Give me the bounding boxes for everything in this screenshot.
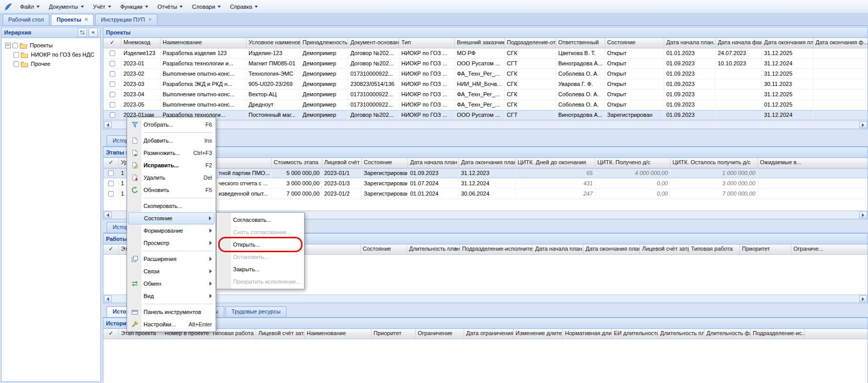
table-row[interactable]: Изделие123Разработка изделия 123Изделие-…	[103, 48, 867, 59]
select-column-header[interactable]: ✓	[103, 38, 121, 48]
menubar-item-file[interactable]: Файл	[15, 2, 44, 11]
scroll-right-icon[interactable]	[859, 295, 867, 302]
scroll-right-icon[interactable]	[859, 212, 867, 218]
menubar-item-accounting[interactable]: Учёт	[88, 2, 116, 11]
menu-item-add[interactable]: Добавить...Ins	[128, 134, 215, 147]
column-header-6[interactable]: Приоритет	[371, 329, 416, 339]
select-column-header[interactable]: ✓	[103, 329, 119, 339]
column-header-9[interactable]: Ответственный	[556, 38, 605, 48]
menu-item-terminate[interactable]: Прекратить исполнение...	[218, 275, 303, 288]
tree-collapse-icon[interactable]	[5, 43, 11, 48]
column-header-5[interactable]: Состояние	[361, 245, 407, 254]
menu-item-links[interactable]: Связи	[128, 265, 215, 277]
row-checkbox[interactable]	[110, 50, 115, 56]
column-header-14[interactable]: Подразделение-ис...	[751, 329, 805, 339]
tree-item-projects-root[interactable]: Проекты	[3, 41, 99, 50]
menu-item-stop[interactable]: Остановить...	[218, 251, 303, 263]
row-checkbox[interactable]	[110, 81, 115, 87]
column-header-13[interactable]: Дата окончания пл...	[762, 38, 813, 48]
table-row[interactable]: 2023-01Разработка технологии и...Магнит …	[103, 59, 867, 69]
column-header-7[interactable]: Подразделение-исполнитель..	[460, 245, 533, 254]
column-header-4[interactable]: Лицевой счёт затр	[256, 329, 305, 339]
row-checkbox[interactable]	[110, 92, 115, 97]
tab-labor-resources[interactable]: Трудовые ресурсы	[225, 306, 287, 317]
column-header-8[interactable]: Подразделение-от...	[505, 38, 556, 48]
tree-item-other[interactable]: Прочее	[3, 59, 99, 68]
column-header-4[interactable]: Стоимость этапа	[272, 158, 322, 168]
column-header-7[interactable]: Ограничение	[416, 329, 464, 339]
column-header-6[interactable]: Тип	[399, 38, 455, 48]
column-header-15[interactable]	[805, 329, 867, 339]
column-header-14[interactable]: Дата окончания ф...	[813, 38, 867, 48]
tab-pup-instructions[interactable]: Инструкции ПУП✕	[95, 14, 157, 25]
column-header-8[interactable]: Дата окончания план	[459, 158, 516, 168]
select-column-header[interactable]: ✓	[103, 158, 119, 168]
menu-item-duplicate[interactable]: Размножить...Ctrl+F3	[128, 147, 215, 159]
tree-checkbox[interactable]	[12, 43, 18, 48]
collapse-sidebar-icon[interactable]: «	[88, 28, 98, 37]
column-header-12[interactable]: Длительность пла...	[658, 329, 704, 339]
column-header-10[interactable]: Нормативная длит...	[563, 329, 612, 339]
column-header-3[interactable]: Типовая работа	[210, 329, 256, 339]
column-header-4[interactable]	[305, 245, 361, 254]
tree-checkbox[interactable]	[13, 61, 19, 67]
table-row[interactable]: 1тной партии ПМО...5 000 000,002023-01/1…	[103, 168, 867, 179]
column-header-13[interactable]: Ограниче...	[791, 245, 867, 254]
column-header-6[interactable]: Состояние	[362, 158, 408, 168]
column-header-9[interactable]: Дата окончания план	[583, 245, 640, 254]
column-header-3[interactable]: Условное наименова...	[246, 38, 300, 48]
menubar-item-documents[interactable]: Документы	[44, 2, 88, 11]
column-header-10[interactable]: ЦИТК. Получено д/с	[595, 158, 670, 168]
column-header-2[interactable]: Наименование	[161, 38, 246, 48]
table-row[interactable]: 2023-05Выполнение опытно-конс...Дредноут…	[103, 100, 867, 110]
projects-horizontal-scrollbar[interactable]	[103, 120, 867, 129]
table-row[interactable]: 1ческого отчета с ...3 000 000,002023-01…	[103, 179, 867, 189]
tab-desktop[interactable]: Рабочий стол	[3, 14, 49, 25]
menu-item-extensions[interactable]: Расширения	[128, 253, 215, 265]
column-header-12[interactable]: Ожидаемые в...	[758, 158, 867, 168]
row-checkbox[interactable]	[110, 112, 115, 118]
menu-item-exchange[interactable]: Обмен	[128, 277, 215, 290]
tree-item-niokr-goz[interactable]: НИОКР по ГОЗ без НДС	[3, 50, 99, 59]
column-header-7[interactable]: Внешний заказчик	[455, 38, 505, 48]
menubar-item-dictionaries[interactable]: Словари	[187, 2, 225, 11]
menu-item-open[interactable]: Открыть...	[218, 238, 303, 251]
column-header-7[interactable]: Дата начала план	[408, 158, 459, 168]
column-header-4[interactable]: Принадлежность	[300, 38, 348, 48]
column-header-11[interactable]: ЦИТК. Осталось получить д/с	[670, 158, 758, 168]
row-checkbox[interactable]	[110, 61, 115, 66]
menu-item-unapprove[interactable]: Снять согласование...	[218, 226, 303, 238]
menubar-item-help[interactable]: Справка	[225, 2, 262, 11]
menu-item-copy[interactable]: Скопировать...	[128, 200, 215, 212]
menu-item-close[interactable]: Закрыть...	[218, 263, 303, 275]
menubar-item-functions[interactable]: Функции	[116, 2, 153, 11]
column-header-12[interactable]: Дата начала факт.	[716, 38, 762, 48]
tab-projects[interactable]: Проекты✕	[51, 14, 94, 25]
column-header-9[interactable]: ЦИТК. Дней до окончания	[516, 158, 595, 168]
column-header-5[interactable]: Документ-основан...	[348, 38, 399, 48]
menu-item-formation[interactable]: Формирование	[128, 224, 215, 237]
works-horizontal-scrollbar[interactable]	[103, 294, 867, 303]
menu-item-toolbar-panel[interactable]: Панель инструментов	[128, 306, 215, 318]
menu-item-filter[interactable]: Отобрать...F6	[128, 118, 215, 131]
scroll-left-icon[interactable]	[104, 212, 112, 218]
menu-item-edit[interactable]: Исправить...F2	[128, 159, 215, 171]
menu-item-preview[interactable]: Просмотр	[128, 237, 215, 249]
row-checkbox[interactable]	[108, 181, 114, 186]
menu-item-refresh[interactable]: ОбновитьF5	[128, 184, 215, 196]
row-checkbox[interactable]	[108, 170, 114, 176]
table-row[interactable]: 2023-02Выполнение опытно-конс...Технолог…	[103, 69, 867, 79]
column-header-6[interactable]: Длительность план	[407, 245, 460, 254]
menu-item-delete[interactable]: УдалитьDel	[128, 171, 215, 184]
table-row[interactable]: 2023-04Выполнение опытно-конс...Вектор-А…	[103, 90, 867, 100]
column-header-3[interactable]	[217, 158, 272, 168]
column-header-1[interactable]: Мнемокод	[121, 38, 161, 48]
column-header-13[interactable]: Длительность фак...	[704, 329, 751, 339]
column-menu-arrow-icon[interactable]	[454, 248, 458, 251]
column-header-5[interactable]: Лицевой счёт затрат	[322, 158, 362, 168]
scroll-right-icon[interactable]	[859, 121, 867, 128]
menu-item-view[interactable]: Вид	[128, 290, 215, 302]
close-tab-icon[interactable]: ✕	[148, 18, 152, 22]
row-checkbox[interactable]	[110, 71, 115, 77]
column-header-8[interactable]: Дата ограничения	[464, 329, 513, 339]
